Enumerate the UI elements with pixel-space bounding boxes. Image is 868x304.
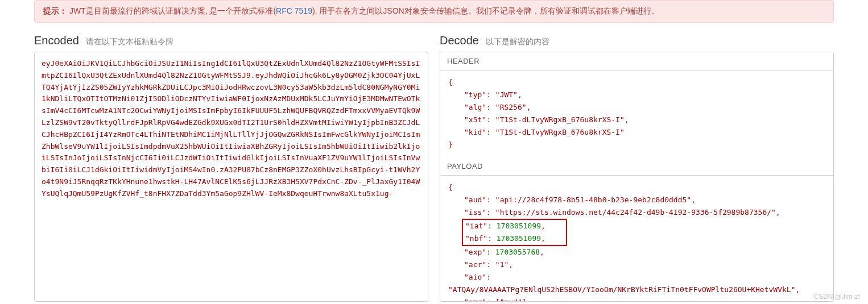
header-kid-value: T1St-dLTvyWRgxB_676u8krXS-I [500,128,620,136]
decode-title-row: Decode 以下是解密的内容 [440,34,834,47]
payload-nbf-value: 1703051099 [497,234,541,243]
decode-title: Decode [440,34,479,47]
header-section-label: HEADER [440,52,833,70]
json-line: "iss": "https://sts.windows.net/44c24f42… [448,206,825,219]
encoded-title: Encoded [34,34,79,47]
json-brace: { [448,76,825,89]
header-typ-value: JWT [500,90,513,99]
payload-body: { "aud": "api://28c4f978-8b51-48b0-b23e-… [440,176,833,302]
encoded-subtitle: 请在以下文本框粘贴令牌 [86,37,173,46]
header-body: { "typ": "JWT", "alg": "RS256", "x5t": "… [440,70,833,157]
json-line: "exp": 1703055768, [448,246,825,259]
payload-acr-value: 1 [500,260,505,269]
payload-exp-value: 1703055768 [495,248,540,256]
alert-text-before: JWT是目前最流行的跨域认证解决方案, 是一个开放式标准( [69,6,276,15]
encoded-token-input[interactable]: eyJ0eXAiOiJKV1QiLCJhbGciOiJSUzI1NiIsIng1… [34,52,428,302]
decode-subtitle: 以下是解密的内容 [486,37,549,46]
encoded-title-row: Encoded 请在以下文本框粘贴令牌 [34,34,428,47]
encoded-column: Encoded 请在以下文本框粘贴令牌 eyJ0eXAiOiJKV1QiLCJh… [34,34,428,302]
payload-aud-value: api://28c4f978-8b51-48b0-b23e-9eb2c8d0dd… [500,195,687,204]
decode-column: Decode 以下是解密的内容 HEADER { "typ": "JWT", "… [440,34,834,302]
watermark: CSDN @Jim-zf [813,293,860,301]
payload-iss-value: https://sts.windows.net/44c24f42-d49b-41… [500,208,771,216]
json-line: "alg": "RS256", [448,101,825,114]
header-x5t-value: T1St-dLTvyWRgxB_676u8krXS-I [500,115,620,124]
payload-aio-value: ATQAy/8VAAAATPg7ENlqUS2hESBOV/YIooOm/NKr… [453,285,791,294]
payload-amr-value: pwd [504,298,517,302]
json-brace: { [448,181,825,194]
main-container: Encoded 请在以下文本框粘贴令牌 eyJ0eXAiOiJKV1QiLCJh… [0,34,868,302]
alert-text-after: ), 用于在各方之间以JSON对象安全传输信息。我们不记录令牌，所有验证和调试都… [312,6,659,15]
json-line: "kid": "T1St-dLTvyWRgxB_676u8krXS-I" [448,126,825,139]
json-line: "iat": 1703051099, [463,220,545,232]
rfc-link[interactable]: RFC 7519 [276,6,312,15]
header-alg-value: RS256 [500,103,522,111]
json-line: "amr": ["pwd"], [448,296,825,302]
json-line: "typ": "JWT", [448,89,825,101]
json-line: "ATQAy/8VAAAATPg7ENlqUS2hESBOV/YIooOm/NK… [448,284,825,296]
json-line: "x5t": "T1St-dLTvyWRgxB_676u8krXS-I", [448,114,825,126]
alert-hint-label: 提示： [43,6,67,15]
json-brace: } [448,139,825,151]
payload-section-label: PAYLOAD [440,157,833,176]
json-line: "aio": [448,271,825,284]
highlight-box: "iat": 1703051099, "nbf": 1703051099, [462,219,567,246]
payload-iat-value: 1703051099 [497,222,541,230]
json-line: "acr": "1", [448,259,825,271]
json-line: "nbf": 1703051099, [463,232,545,245]
json-line: "aud": "api://28c4f978-8b51-48b0-b23e-9e… [448,194,825,206]
alert-banner: 提示： JWT是目前最流行的跨域认证解决方案, 是一个开放式标准(RFC 751… [34,0,834,23]
decode-panel: HEADER { "typ": "JWT", "alg": "RS256", "… [440,52,834,302]
